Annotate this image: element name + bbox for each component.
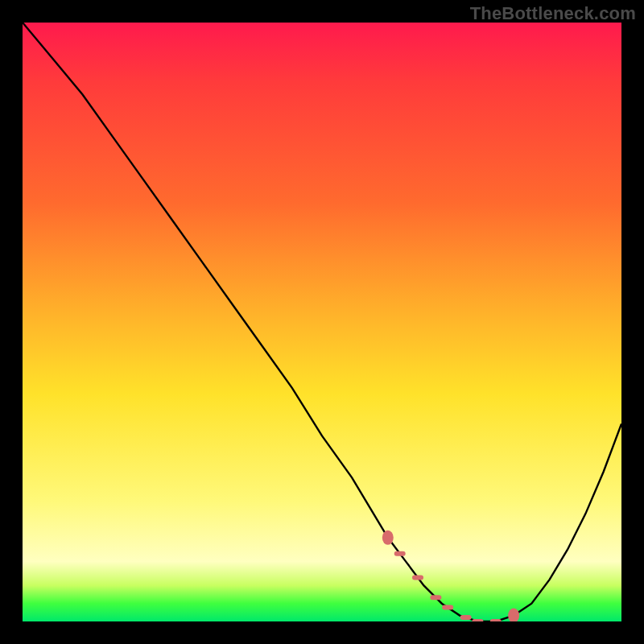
chart-frame: TheBottleneck.com — [0, 0, 644, 644]
marker-dash — [490, 619, 502, 621]
optimal-region-markers — [382, 530, 519, 621]
watermark-text: TheBottleneck.com — [470, 3, 636, 24]
marker-dash — [442, 605, 453, 610]
marker-dash — [472, 619, 483, 621]
marker-dash — [412, 575, 423, 580]
chart-svg — [23, 23, 621, 621]
marker-dash — [460, 615, 472, 620]
marker-endpoint — [382, 530, 394, 545]
marker-dash — [430, 595, 441, 600]
plot-area — [23, 23, 621, 621]
marker-endpoint — [508, 609, 519, 621]
bottleneck-curve — [23, 23, 621, 621]
marker-dash — [394, 551, 406, 556]
